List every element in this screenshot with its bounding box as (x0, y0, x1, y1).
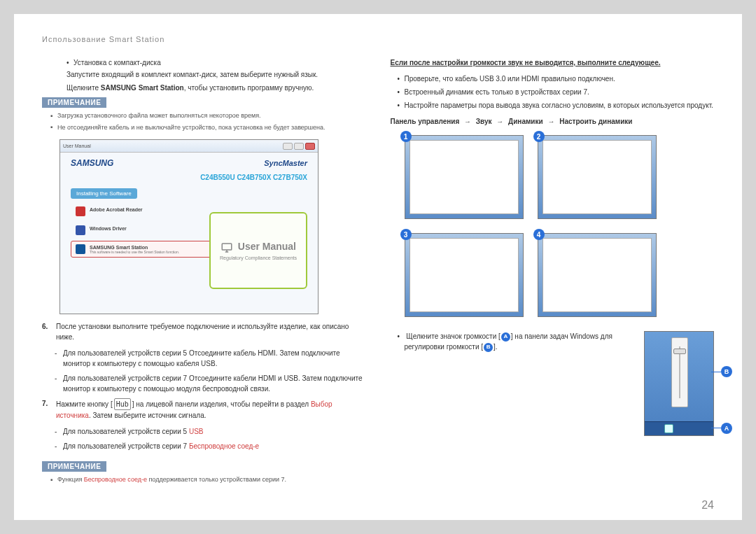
max-icon (294, 143, 304, 150)
installer-screenshot: User Manual SAMSUNG SyncMaster C24B550U … (59, 139, 318, 314)
svg-rect-0 (222, 244, 232, 250)
step-7: 7. Нажмите кнопку [Hub] на лицевой панел… (42, 398, 366, 421)
letter-b-inline: B (484, 343, 493, 352)
left-column: Установка с компакт-диска Запустите вход… (42, 57, 366, 510)
thumbnail-1: 1 (405, 135, 524, 219)
min-icon (283, 143, 293, 150)
note-items-2: Функция Беспроводное соед-е поддерживает… (42, 475, 366, 485)
click-line: Щелкните SAMSUNG Smart Station, чтобы ус… (66, 84, 366, 92)
sound-heading: Если после настройки громкости звук не в… (391, 57, 715, 68)
step-6-sublist: Для пользователей устройств серии 5 Отсо… (42, 348, 366, 394)
volume-screenshot: B A (644, 331, 714, 436)
volume-slider (671, 337, 688, 407)
syncmaster-logo: SyncMaster (264, 159, 307, 167)
step-6: 6. После установки выполните требуемое п… (42, 321, 366, 342)
smartstation-icon (76, 244, 85, 254)
letter-a-inline: A (501, 332, 510, 342)
note-label-2: ПРИМЕЧАНИЕ (42, 461, 106, 472)
close-icon (305, 143, 315, 150)
monitor-icon (220, 241, 233, 254)
adobe-icon (76, 206, 85, 216)
callout-a: A (721, 423, 732, 434)
user-manual-box: User Manual Regulatory Compliance Statem… (209, 212, 307, 289)
content-columns: Установка с компакт-диска Запустите вход… (42, 57, 714, 510)
sound-checklist: Проверьте, что кабель USB 3.0 или HDMI п… (391, 73, 715, 111)
thumbnail-3: 3 (405, 233, 524, 317)
driver-icon (76, 225, 85, 235)
samsung-logo: SAMSUNG (71, 158, 113, 168)
step-7-sublist: Для пользователей устройств серии 5 USB … (42, 426, 366, 451)
volume-handle (673, 349, 686, 354)
manual-page: Использование Smart Station Установка с … (14, 14, 742, 520)
page-header: Использование Smart Station (42, 35, 714, 43)
note-label-1: ПРИМЕЧАНИЕ (42, 97, 106, 108)
taskbar (645, 421, 713, 435)
install-cd-desc: Запустите входящий в комплект компакт-ди… (66, 71, 366, 78)
screenshot-thumbnails: 1 2 3 4 (405, 135, 715, 317)
install-cd-title: Установка с компакт-диска (74, 57, 366, 68)
right-column: Если после настройки громкости звук не в… (391, 57, 715, 510)
screenshot-titlebar: User Manual (60, 140, 318, 153)
model-list: C24B550U C24B750X C27B750X (71, 174, 307, 181)
page-number: 24 (701, 499, 714, 512)
volume-instruction: Щелкните значок громкости [A] на панели … (391, 331, 715, 436)
speaker-icon (664, 424, 673, 433)
control-panel-path: Панель управления → Звук → Динамики → На… (391, 116, 715, 127)
thumbnail-4: 4 (538, 233, 657, 317)
hub-button-icon: Hub (114, 398, 131, 410)
note-items-1: Загрузка установочного файла может выпол… (42, 111, 366, 132)
callout-b: B (721, 366, 732, 377)
installing-bar: Installing the Software (71, 188, 137, 199)
thumbnail-2: 2 (538, 135, 657, 219)
